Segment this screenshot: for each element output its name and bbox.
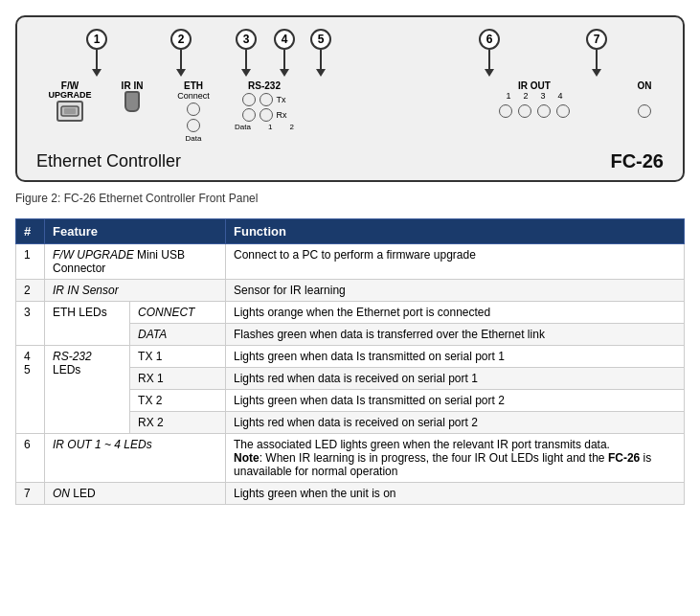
arrow-circle-5: 5 (310, 29, 331, 50)
row-function: Flashes green when data is transferred o… (226, 324, 685, 346)
section-on: On (625, 80, 664, 121)
table-row: 45 RS-232LEDs TX 1 Lights green when dat… (16, 346, 685, 368)
rs232-label: RS-232 (248, 80, 281, 91)
rs232-2-label: 2 (289, 123, 293, 131)
arrow-2: 2 (170, 29, 192, 77)
fw-upgrade-label: Upgrade (48, 91, 91, 101)
arrow-line-5 (320, 50, 322, 69)
row-feature-rs232: RS-232LEDs (45, 346, 130, 434)
row-function: Lights red when data is received on seri… (226, 412, 685, 434)
rs232-led-4 (260, 108, 273, 122)
row-sub-rx1: RX 1 (130, 368, 226, 390)
arrow-circle-1: 1 (86, 29, 107, 50)
irout-led-4 (556, 104, 570, 118)
arrow-circle-7: 7 (586, 29, 607, 50)
arrow-line-7 (596, 50, 598, 69)
arrow-head-2 (176, 69, 186, 77)
table-header-row: # Feature Function (16, 219, 685, 244)
table-row: 2 IR IN Sensor Sensor for IR learning (16, 280, 685, 302)
rs232-led-2 (260, 93, 273, 106)
header-num: # (16, 219, 45, 244)
irout-led-2 (518, 104, 531, 118)
irin-label: IR In (122, 80, 144, 91)
panel-controls: F/W Upgrade IR In Eth Connect Data (36, 80, 664, 147)
rs232-data-label: Data (235, 123, 251, 131)
row-num: 7 (16, 483, 45, 505)
table-row: 3 ETH LEDs CONNECT Lights orange when th… (16, 302, 685, 324)
arrow-head-1 (92, 69, 102, 77)
section-irout: IR Out 1 2 3 4 (472, 80, 597, 118)
row-function-on: Lights green when the unit is on (226, 483, 685, 505)
features-table: # Feature Function 1 F/W UPGRADE Mini US… (15, 218, 685, 505)
section-fw: F/W Upgrade (36, 80, 103, 122)
arrow-6: 6 (479, 29, 500, 77)
section-eth: Eth Connect Data (165, 80, 222, 143)
svg-rect-1 (64, 108, 76, 114)
table-body: 1 F/W UPGRADE Mini USB Connector Connect… (16, 244, 685, 505)
row-num: 1 (16, 244, 45, 280)
row-feature-on: ON LED (45, 483, 226, 505)
on-led (638, 104, 651, 118)
row-num: 2 (16, 280, 45, 302)
arrow-line-4 (283, 50, 285, 69)
eth-led-2 (187, 119, 200, 132)
rs232-1-label: 1 (268, 123, 272, 131)
irout-leds (499, 104, 570, 118)
row-num: 6 (16, 434, 45, 483)
row-feature: IR IN Sensor (45, 280, 226, 302)
arrow-line-2 (180, 50, 182, 69)
row-sub-tx1: TX 1 (130, 346, 226, 368)
row-function: Lights orange when the Ethernet port is … (226, 302, 685, 324)
arrow-line-3 (245, 50, 247, 69)
arrow-5: 5 (310, 29, 331, 77)
row-sub-data: DATA (130, 324, 226, 346)
arrow-line-1 (96, 50, 98, 69)
arrow-circle-2: 2 (170, 29, 192, 50)
row-function: Connect to a PC to perform a firmware up… (226, 244, 685, 280)
row-num: 45 (16, 346, 45, 434)
irout-num-1: 1 (506, 91, 510, 101)
row-function: Lights green when data Is transmitted on… (226, 390, 685, 412)
arrow-3: 3 (236, 29, 257, 77)
header-feature: Feature (45, 219, 226, 244)
arrow-head-5 (316, 69, 326, 77)
irout-num-3: 3 (541, 91, 546, 101)
ir-sensor (124, 91, 140, 112)
row-function-irout: The associated LED lights green when the… (226, 434, 685, 483)
irout-led-1 (499, 104, 512, 118)
eth-label: Eth (184, 80, 203, 91)
eth-data-label: Data (186, 134, 202, 143)
table-row: 1 F/W UPGRADE Mini USB Connector Connect… (16, 244, 685, 280)
usb-connector (56, 101, 83, 122)
arrow-head-6 (485, 69, 494, 77)
table-row: 6 IR OUT 1 ~ 4 LEDs The associated LED l… (16, 434, 685, 483)
eth-connect-label: Connect (177, 91, 210, 101)
arrow-head-7 (592, 69, 601, 77)
irout-numbers: 1 2 3 4 (506, 91, 562, 101)
header-function: Function (226, 219, 685, 244)
eth-leds (187, 103, 200, 132)
table-row: 7 ON LED Lights green when the unit is o… (16, 483, 685, 505)
tx-label: Tx (277, 95, 286, 104)
eth-led-1 (187, 103, 200, 116)
rs232-led-3 (242, 108, 256, 122)
row-feature-eth: ETH LEDs (45, 302, 130, 346)
row-function: Sensor for IR learning (226, 280, 685, 302)
arrows-row: 1 2 3 4 5 6 (36, 27, 664, 77)
arrow-circle-4: 4 (274, 29, 295, 50)
irout-led-3 (537, 104, 551, 118)
rs232-led-1 (242, 93, 256, 106)
section-irin: IR In (113, 80, 151, 112)
section-rs232: RS-232 Tx Rx Data 1 2 (226, 80, 303, 131)
on-label: On (638, 80, 652, 91)
panel-title: Ethernet Controller (36, 151, 181, 171)
row-feature-irout: IR OUT 1 ~ 4 LEDs (45, 434, 226, 483)
arrow-4: 4 (274, 29, 295, 77)
rx-label: Rx (277, 110, 287, 120)
row-sub-connect: CONNECT (130, 302, 226, 324)
irout-num-2: 2 (523, 91, 528, 101)
row-num: 3 (16, 302, 45, 346)
front-panel: 1 2 3 4 5 6 (15, 15, 685, 182)
arrow-line-6 (488, 50, 490, 69)
arrow-circle-6: 6 (479, 29, 500, 50)
